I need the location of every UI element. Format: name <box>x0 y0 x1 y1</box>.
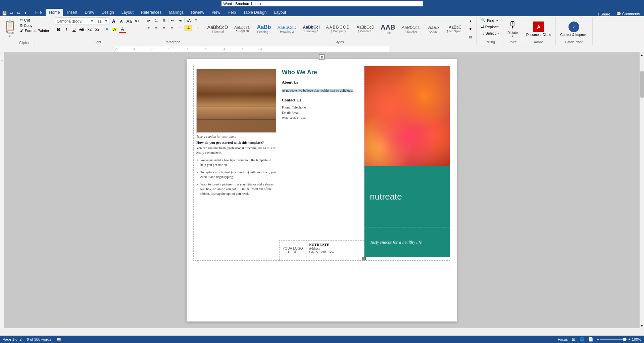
format-painter-button[interactable]: 🖌 Format Painter <box>18 28 51 33</box>
justify-button[interactable]: ≡ <box>168 25 176 31</box>
text-highlight-button[interactable]: A <box>111 26 118 33</box>
about-us-text[interactable]: At nutreate, we believe that healthy can… <box>282 89 353 92</box>
style-heading1[interactable]: AaBb Heading 1 <box>254 18 274 40</box>
tab-insert[interactable]: Insert <box>64 9 81 16</box>
align-left-button[interactable]: ≡ <box>145 25 152 31</box>
proofing-icon[interactable]: 📖 <box>56 337 61 342</box>
change-case-button[interactable]: Aa <box>126 17 133 25</box>
style-company[interactable]: AABBCCD ¶ Company <box>323 18 353 40</box>
about-us-heading[interactable]: About Us <box>282 80 362 85</box>
table-move-handle[interactable]: ⊕ <box>319 54 325 60</box>
tab-table-design[interactable]: Table Design <box>240 9 270 16</box>
dictate-button[interactable]: 🎙 Dictate ▼ <box>505 17 520 40</box>
tab-help[interactable]: Help <box>224 9 239 16</box>
multilevel-list-button[interactable]: ⊞ <box>160 17 168 24</box>
zoom-out-button[interactable]: − <box>597 337 599 341</box>
contact-email[interactable]: Email: Email <box>282 110 362 116</box>
numbering-button[interactable]: 1. <box>153 17 160 24</box>
replace-button[interactable]: ⇄ Replace <box>479 24 501 30</box>
font-size-selector[interactable]: 11 ▼ <box>96 17 109 25</box>
strikethrough-button[interactable]: ab <box>78 26 86 33</box>
save-button[interactable]: 💾 <box>1 10 7 16</box>
web-layout-button[interactable]: 🌐 <box>579 336 585 342</box>
style-heading3[interactable]: AaBbCcI Heading 3 <box>300 18 323 40</box>
correct-improve-button[interactable]: ✓ Correct & Improve <box>558 17 590 40</box>
style-caption[interactable]: AaBbCcD ¶ Caption <box>231 18 253 40</box>
style-quote[interactable]: AaBb Quote <box>424 18 444 40</box>
who-we-are-heading[interactable]: Who We Are <box>282 69 362 76</box>
style-heading2[interactable]: AaBbCcD Heading 2 <box>275 18 300 40</box>
style-contact[interactable]: AaBbCcD ¶ Contact... <box>354 18 378 40</box>
bullet-item-2[interactable]: To replace any tip text (such as this) w… <box>196 170 276 179</box>
sort-button[interactable]: ↕A <box>185 17 192 24</box>
subscript-button[interactable]: x2 <box>86 26 93 33</box>
text-effects-button[interactable]: A <box>103 26 111 33</box>
style-title[interactable]: AAB Title <box>378 18 398 40</box>
align-center-button[interactable]: ≡ <box>153 25 160 31</box>
bullet-item-3[interactable]: Want to insert a picture from your files… <box>196 182 276 196</box>
borders-button[interactable]: □ <box>193 25 200 31</box>
tab-home[interactable]: Home <box>46 9 63 16</box>
how-to-heading[interactable]: How do you get started with this templat… <box>196 140 276 144</box>
show-formatting-button[interactable]: ¶ <box>193 17 200 24</box>
brand-name[interactable]: nutreate <box>370 191 402 202</box>
zoom-in-button[interactable]: + <box>628 337 630 341</box>
undo-button[interactable]: ↩ <box>8 10 14 16</box>
font-name-selector[interactable]: Cambria (Body) ▼ <box>55 17 95 25</box>
footer-address-line1[interactable]: Address <box>309 247 361 250</box>
italic-button[interactable]: I <box>63 26 70 33</box>
styles-more[interactable]: ⊡ <box>467 33 474 40</box>
styles-scroll-down[interactable]: ▼ <box>467 25 474 33</box>
comments-button[interactable]: 💬 Comments <box>614 12 643 16</box>
paste-button[interactable]: 📋 Paste ▼ <box>2 17 18 41</box>
style-no-spacing[interactable]: AaBbC ¶ No Spac... <box>444 18 466 40</box>
bold-button[interactable]: B <box>55 26 62 33</box>
styles-scroll-up[interactable]: ▲ <box>467 17 474 25</box>
tab-mailings[interactable]: Mailings <box>165 9 187 16</box>
tab-review[interactable]: Review <box>188 9 207 16</box>
document-scroll-area[interactable]: ⊕ Type a caption for your photo <box>4 52 639 328</box>
bullets-button[interactable]: ≡• <box>145 17 152 24</box>
zoom-level[interactable]: 100% <box>632 337 641 341</box>
bullet-item-1[interactable]: We've included a few tips throughout the… <box>196 158 276 167</box>
font-shrink-button[interactable]: A <box>118 17 125 25</box>
shading-button[interactable]: A <box>185 25 192 31</box>
font-grow-button[interactable]: A <box>110 17 117 25</box>
share-button[interactable]: ↑ Share <box>595 12 613 16</box>
tab-view[interactable]: View <box>208 9 224 16</box>
contact-phone[interactable]: Phone: Telephone <box>282 105 362 110</box>
decrease-indent-button[interactable]: ⇤ <box>169 17 176 24</box>
print-layout-button[interactable]: ⊡ <box>571 336 577 342</box>
scroll-up-button[interactable]: ▲ <box>640 52 644 57</box>
line-spacing-button[interactable]: ↕ <box>177 25 184 31</box>
superscript-button[interactable]: x2 <box>94 26 101 33</box>
find-button[interactable]: 🔍 Find ▼ <box>479 17 500 23</box>
select-button[interactable]: ⬚ Select ~ <box>479 30 501 36</box>
tab-layout2[interactable]: Layout <box>270 9 289 16</box>
style-subtitle[interactable]: AaBbCcL ¶ Subtitle <box>399 18 423 40</box>
adobe-document-cloud-button[interactable]: A Document Cloud <box>524 17 553 40</box>
clear-formatting-button[interactable]: ✕A <box>133 17 141 25</box>
tab-layout[interactable]: Layout <box>118 9 137 16</box>
zoom-slider[interactable] <box>600 339 627 340</box>
redo-button[interactable]: ↪ <box>15 10 21 16</box>
footer-logo[interactable]: YOUR LOGO HERE <box>280 241 306 260</box>
address-input[interactable] <box>221 1 423 6</box>
scroll-down-button[interactable]: ▼ <box>640 323 644 328</box>
tab-file[interactable]: File <box>32 9 45 16</box>
contact-us-heading[interactable]: Contact Us <box>282 98 362 103</box>
customize-qat-button[interactable]: ▼ <box>22 10 29 16</box>
body-text-intro[interactable]: You can use this fresh, professional bro… <box>196 146 276 155</box>
focus-label[interactable]: Focus <box>558 337 568 341</box>
scroll-thumb[interactable] <box>640 71 644 98</box>
font-color-button[interactable]: A <box>119 26 126 33</box>
read-mode-button[interactable]: 📄 <box>588 336 594 342</box>
vertical-scrollbar[interactable]: ▲ ▼ <box>639 52 644 328</box>
contact-web[interactable]: Web: Web address <box>282 116 362 121</box>
align-right-button[interactable]: ≡ <box>160 25 168 31</box>
copy-button[interactable]: ⧉ Copy <box>18 23 51 28</box>
footer-company-name[interactable]: NUTREATE <box>309 243 361 247</box>
style-normal[interactable]: AaBbCcD ¶ Normal <box>204 18 231 40</box>
cut-button[interactable]: ✂ Cut <box>18 17 51 23</box>
col-resize-handle[interactable] <box>362 257 366 260</box>
